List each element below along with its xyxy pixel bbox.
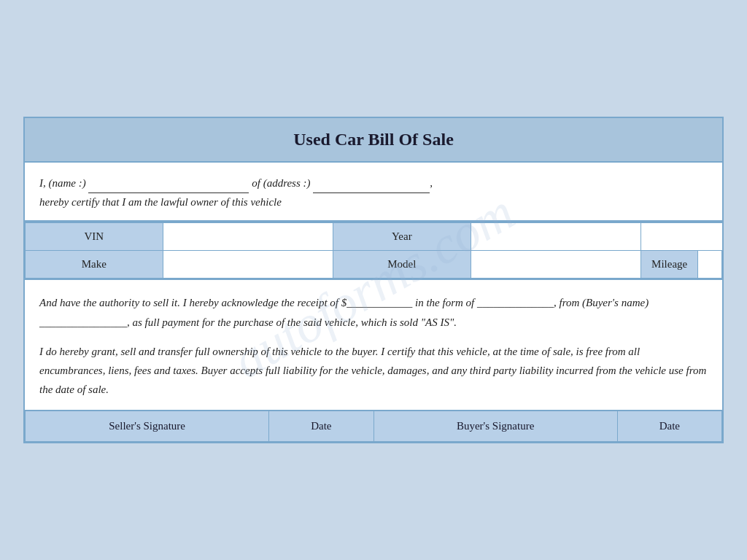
make-label-cell: Make <box>26 251 163 279</box>
para1-text: And have the authority to sell it. I her… <box>39 297 649 327</box>
certify-text: hereby certify that I am the lawful owne… <box>39 196 282 208</box>
address-prefix: of (address :) <box>252 177 310 189</box>
model-label-cell: Model <box>333 251 471 279</box>
date2-cell: Date <box>617 411 721 442</box>
intro-line1: I, (name :) of (address :) , <box>39 174 708 193</box>
para2-text: I do hereby grant, sell and transfer ful… <box>39 346 706 396</box>
year-value-cell <box>471 222 640 251</box>
signature-row: Seller's Signature Date Buyer's Signatur… <box>26 411 722 442</box>
model-value-cell <box>471 251 640 279</box>
name-prefix: I, (name :) <box>39 177 86 189</box>
signature-table: Seller's Signature Date Buyer's Signatur… <box>25 410 722 442</box>
vin-value-cell <box>163 222 333 251</box>
body-section: And have the authority to sell it. I her… <box>25 279 722 409</box>
buyer-signature-cell: Buyer's Signature <box>374 411 617 442</box>
address-field <box>313 180 430 193</box>
document-header: Used Car Bill Of Sale <box>25 118 722 163</box>
body-paragraph-2: I do hereby grant, sell and transfer ful… <box>39 342 708 400</box>
intro-line2: hereby certify that I am the lawful owne… <box>39 193 708 212</box>
make-value-cell <box>163 251 333 279</box>
seller-signature-cell: Seller's Signature <box>26 411 269 442</box>
date1-cell: Date <box>269 411 374 442</box>
name-field <box>88 180 249 193</box>
year-label-cell: Year <box>333 222 471 251</box>
mileage-value-cell <box>698 251 722 279</box>
vin-label-cell: VIN <box>26 222 163 251</box>
vin-year-row: VIN Year <box>26 222 722 251</box>
document-container: Used Car Bill Of Sale I, (name :) of (ad… <box>23 117 724 443</box>
body-paragraph-1: And have the authority to sell it. I her… <box>39 293 708 332</box>
vehicle-info-table: VIN Year Make Model Mileage <box>25 222 722 279</box>
mileage-label-cell: Mileage <box>641 251 698 279</box>
document-title: Used Car Bill Of Sale <box>39 130 708 149</box>
document-body: I, (name :) of (address :) , hereby cert… <box>25 163 722 409</box>
intro-section: I, (name :) of (address :) , hereby cert… <box>25 163 722 222</box>
make-model-mileage-row: Make Model Mileage <box>26 251 722 279</box>
